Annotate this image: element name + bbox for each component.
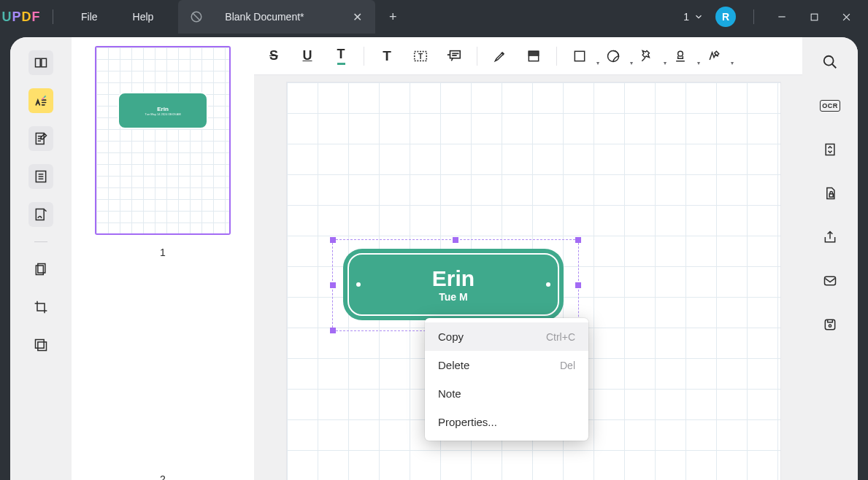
stamp-name: Erin xyxy=(432,266,475,291)
tool-textbox[interactable]: T xyxy=(405,42,436,71)
convert-button[interactable] xyxy=(818,138,842,161)
page-count: 1 xyxy=(683,11,689,23)
menu-file[interactable]: File xyxy=(64,11,115,23)
svg-rect-13 xyxy=(529,51,538,55)
tool-highlighter[interactable] xyxy=(485,42,515,71)
tool-shape[interactable]: ▾ xyxy=(564,42,595,71)
context-menu-note[interactable]: Note xyxy=(425,379,588,408)
tab-add-button[interactable]: + xyxy=(381,5,404,28)
chevron-down-icon xyxy=(694,12,704,22)
svg-rect-19 xyxy=(829,194,833,197)
tool-signature[interactable]: ▾ xyxy=(699,42,729,71)
context-menu-shortcut: Ctrl+C xyxy=(546,331,575,343)
rail-divider xyxy=(34,241,47,242)
context-menu-properties[interactable]: Properties... xyxy=(425,408,588,436)
tool-text-color[interactable]: T xyxy=(326,42,356,71)
search-button[interactable] xyxy=(818,50,842,74)
right-rail: OCR xyxy=(802,37,858,480)
divider xyxy=(53,9,53,24)
email-button[interactable] xyxy=(818,269,842,293)
stamp-dot-icon xyxy=(356,282,361,287)
tool-text[interactable]: T xyxy=(372,42,402,71)
rail-comment[interactable] xyxy=(28,88,53,113)
document-icon xyxy=(190,10,203,23)
tool-pin[interactable]: ▾ xyxy=(631,42,662,71)
rail-edit[interactable] xyxy=(28,126,53,151)
tool-strikethrough[interactable]: S xyxy=(258,42,289,71)
svg-rect-4 xyxy=(36,209,44,220)
stamp-date: Tue M xyxy=(439,291,467,303)
context-menu-label: Delete xyxy=(438,359,469,371)
resize-handle-ml[interactable] xyxy=(330,282,336,288)
tab-active[interactable]: Blank Document* ✕ xyxy=(178,0,375,34)
toolbar-separator xyxy=(364,47,364,66)
titlebar: UPDF File Help Blank Document* ✕ + 1 R xyxy=(0,0,868,34)
context-menu-copy[interactable]: Copy Ctrl+C xyxy=(425,322,588,351)
svg-point-22 xyxy=(829,325,831,327)
rail-pages[interactable] xyxy=(28,257,53,282)
thumbnail-number: 2 xyxy=(160,473,166,480)
tool-sticker[interactable]: ▾ xyxy=(598,42,629,71)
share-button[interactable] xyxy=(818,225,842,249)
resize-handle-bl[interactable] xyxy=(330,328,336,333)
context-menu-delete[interactable]: Delete Del xyxy=(425,351,588,379)
save-button[interactable] xyxy=(818,313,842,336)
context-menu: Copy Ctrl+C Delete Del Note Properties..… xyxy=(425,318,588,441)
user-avatar[interactable]: R xyxy=(715,7,736,27)
stamp-object[interactable]: Erin Tue M xyxy=(343,249,564,320)
context-menu-label: Properties... xyxy=(438,416,497,428)
stamp-dot-icon xyxy=(546,282,550,287)
svg-rect-18 xyxy=(826,144,834,155)
tool-area-highlight[interactable] xyxy=(518,42,549,71)
svg-rect-20 xyxy=(825,276,836,285)
workspace: Erin Tue May 14 2024 08:09 AM 1 2 S U T … xyxy=(10,37,858,480)
rail-crop[interactable] xyxy=(28,295,53,320)
app-logo: UPDF xyxy=(0,0,42,34)
resize-handle-tr[interactable] xyxy=(575,237,581,243)
tab-close-button[interactable]: ✕ xyxy=(350,10,364,23)
rail-compare[interactable] xyxy=(28,333,53,357)
page-indicator[interactable]: 1 xyxy=(679,11,708,23)
left-rail xyxy=(10,37,72,480)
tool-underline[interactable]: U xyxy=(292,42,323,71)
ocr-button[interactable]: OCR xyxy=(818,94,842,117)
divider xyxy=(753,9,754,24)
tabs: Blank Document* ✕ + xyxy=(178,0,404,34)
svg-rect-11 xyxy=(450,50,461,58)
rail-fill-sign[interactable] xyxy=(28,202,53,227)
thumbnail-panel: Erin Tue May 14 2024 08:09 AM 1 2 xyxy=(72,37,254,480)
context-menu-label: Copy xyxy=(438,330,464,343)
rail-reader[interactable] xyxy=(28,50,53,75)
titlebar-right: 1 R xyxy=(679,2,868,31)
annotation-toolbar: S U T T T ▾ ▾ ▾ ▾ ▾ xyxy=(254,37,802,75)
svg-text:T: T xyxy=(418,52,423,60)
thumbnail-page-2[interactable] xyxy=(95,273,231,462)
protect-button[interactable] xyxy=(818,182,842,205)
toolbar-separator xyxy=(477,47,477,66)
thumbnail-page-1[interactable]: Erin Tue May 14 2024 08:09 AM xyxy=(95,46,231,235)
rail-organize[interactable] xyxy=(28,164,53,189)
context-menu-shortcut: Del xyxy=(560,360,575,371)
svg-point-17 xyxy=(824,56,834,66)
context-menu-label: Note xyxy=(438,387,461,400)
svg-rect-14 xyxy=(575,51,584,61)
menu-help[interactable]: Help xyxy=(115,11,172,23)
svg-point-16 xyxy=(678,51,683,56)
tool-stamp[interactable]: ▾ xyxy=(665,42,696,71)
thumbnail-number: 1 xyxy=(160,247,166,258)
toolbar-separator xyxy=(556,47,557,66)
svg-rect-8 xyxy=(38,342,47,351)
resize-handle-mr[interactable] xyxy=(575,282,581,288)
tool-callout[interactable] xyxy=(439,42,469,71)
window-close[interactable] xyxy=(831,2,861,31)
window-minimize[interactable] xyxy=(767,2,796,31)
resize-handle-tl[interactable] xyxy=(330,237,336,243)
thumbnail-stamp: Erin Tue May 14 2024 08:09 AM xyxy=(118,92,208,129)
window-maximize[interactable] xyxy=(799,2,829,31)
svg-rect-1 xyxy=(811,14,818,20)
tab-title: Blank Document* xyxy=(225,11,329,23)
resize-handle-tc[interactable] xyxy=(453,237,458,243)
svg-rect-7 xyxy=(36,340,45,349)
